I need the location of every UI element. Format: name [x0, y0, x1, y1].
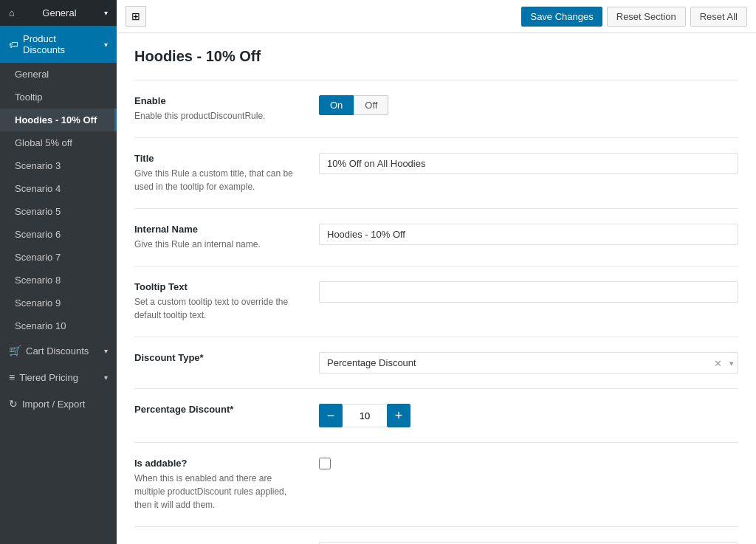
is-addable-desc: When this is enabled and there are multi… [134, 472, 304, 512]
sidebar-item-scenario-8[interactable]: Scenario 8 [0, 269, 117, 292]
enable-desc: Enable this productDiscountRule. [134, 109, 304, 123]
sidebar-cart-discounts[interactable]: 🛒 Cart Discounts ▾ [0, 337, 117, 364]
internal-name-section: Internal Name Give this Rule an internal… [134, 208, 738, 266]
tiered-pricing-label: Tiered Pricing [19, 372, 78, 383]
internal-name-control-col [319, 224, 738, 245]
is-addable-section: Is addable? When this is enabled and the… [134, 442, 738, 526]
title-label: Title [134, 153, 304, 164]
sidebar-import-export[interactable]: ↻ Import / Export [0, 390, 117, 417]
enable-label-col: Enable Enable this productDiscountRule. [134, 95, 319, 123]
percentage-discount-label: Percentage Discount* [134, 404, 304, 415]
sidebar-item-scenario-7[interactable]: Scenario 7 [0, 246, 117, 269]
discount-type-clear-icon[interactable]: ✕ [714, 357, 722, 368]
content-area: Hoodies - 10% Off Enable Enable this pro… [117, 33, 756, 544]
percentage-discount-control-col: − + [319, 404, 738, 427]
toggle-on-button[interactable]: On [319, 95, 354, 115]
reset-section-button[interactable]: Reset Section [607, 7, 686, 27]
title-input[interactable] [319, 153, 738, 174]
percentage-discount-section: Percentage Discount* − + [134, 388, 738, 442]
toggle-off-button[interactable]: Off [354, 95, 388, 115]
tiered-pricing-arrow-icon: ▾ [104, 373, 108, 382]
discount-type-control-col: Percentage Discount ✕ ▾ [319, 352, 738, 373]
save-changes-button[interactable]: Save Changes [521, 7, 602, 27]
title-desc: Give this Rule a custom title, that can … [134, 167, 304, 193]
tooltip-text-label: Tooltip Text [134, 281, 304, 292]
enable-section: Enable Enable this productDiscountRule. … [134, 80, 738, 137]
page-title: Hoodies - 10% Off [134, 48, 738, 65]
user-roles-section: Apply for User Roles Apply this discount… [134, 526, 738, 544]
sidebar-product-discounts[interactable]: 🏷 Product Discounts ▾ [0, 26, 117, 63]
sidebar-item-scenario-9[interactable]: Scenario 9 [0, 292, 117, 314]
topbar-left: ⊞ [126, 6, 146, 27]
sidebar-item-hoodies-10-off[interactable]: Hoodies - 10% Off [0, 109, 117, 131]
internal-name-label-col: Internal Name Give this Rule an internal… [134, 224, 319, 251]
tag-icon: 🏷 [9, 39, 18, 50]
cart-icon: 🛒 [9, 345, 21, 357]
tooltip-text-control-col [319, 281, 738, 303]
sidebar-general-label: General [42, 7, 76, 18]
is-addable-control-col [319, 458, 738, 472]
enable-label: Enable [134, 95, 304, 106]
discount-type-label: Discount Type* [134, 352, 304, 363]
title-section: Title Give this Rule a custom title, tha… [134, 137, 738, 208]
stepper-value-input[interactable] [343, 404, 387, 427]
cart-discounts-arrow-icon: ▾ [104, 347, 108, 355]
sidebar-item-scenario-6[interactable]: Scenario 6 [0, 223, 117, 246]
sidebar-tiered-pricing[interactable]: ≡ Tiered Pricing ▾ [0, 364, 117, 390]
percentage-stepper: − + [319, 404, 738, 427]
import-export-label: Import / Export [22, 399, 85, 410]
general-arrow-icon: ▾ [104, 9, 108, 17]
tooltip-text-desc: Set a custom tooltip text to override th… [134, 295, 304, 322]
internal-name-label: Internal Name [134, 224, 304, 235]
is-addable-label: Is addable? [134, 458, 304, 469]
sidebar-item-scenario-5[interactable]: Scenario 5 [0, 200, 117, 223]
main-area: ⊞ Save Changes Reset Section Reset All H… [117, 0, 756, 544]
stepper-decrement-button[interactable]: − [319, 404, 343, 427]
discount-type-label-col: Discount Type* [134, 352, 319, 366]
product-discounts-label: Product Discounts [23, 33, 100, 55]
internal-name-desc: Give this Rule an internal name. [134, 238, 304, 251]
list-icon: ≡ [9, 371, 15, 383]
percentage-discount-label-col: Percentage Discount* [134, 404, 319, 418]
home-icon: ⌂ [9, 7, 15, 18]
product-discounts-arrow-icon: ▾ [104, 41, 108, 49]
is-addable-label-col: Is addable? When this is enabled and the… [134, 458, 319, 512]
discount-type-section: Discount Type* Percentage Discount ✕ ▾ [134, 337, 738, 388]
tooltip-text-input[interactable] [319, 281, 738, 303]
sidebar-item-scenario-4[interactable]: Scenario 4 [0, 177, 117, 200]
topbar: ⊞ Save Changes Reset Section Reset All [117, 0, 756, 33]
internal-name-input[interactable] [319, 224, 738, 245]
title-label-col: Title Give this Rule a custom title, tha… [134, 153, 319, 193]
title-control-col [319, 153, 738, 174]
sidebar-general[interactable]: ⌂ General ▾ [0, 0, 117, 26]
stepper-increment-button[interactable]: + [387, 404, 410, 427]
sidebar-item-tooltip[interactable]: Tooltip [0, 86, 117, 109]
sidebar-item-general[interactable]: General [0, 63, 117, 86]
sidebar: ⌂ General ▾ 🏷 Product Discounts ▾ Genera… [0, 0, 117, 544]
tooltip-text-section: Tooltip Text Set a custom tooltip text t… [134, 266, 738, 337]
grid-icon[interactable]: ⊞ [126, 6, 146, 27]
topbar-buttons: Save Changes Reset Section Reset All [521, 7, 747, 27]
discount-type-select-wrap: Percentage Discount ✕ ▾ [319, 352, 738, 373]
sidebar-item-scenario-3[interactable]: Scenario 3 [0, 154, 117, 177]
sidebar-item-global-5-off[interactable]: Global 5% off [0, 131, 117, 154]
discount-type-select[interactable]: Percentage Discount [319, 352, 738, 373]
is-addable-checkbox[interactable] [319, 458, 331, 469]
refresh-icon: ↻ [9, 398, 18, 410]
sidebar-item-scenario-10[interactable]: Scenario 10 [0, 314, 117, 337]
enable-toggle: On Off [319, 95, 738, 115]
reset-all-button[interactable]: Reset All [690, 7, 747, 27]
tooltip-text-label-col: Tooltip Text Set a custom tooltip text t… [134, 281, 319, 322]
cart-discounts-label: Cart Discounts [26, 345, 89, 357]
enable-control-col: On Off [319, 95, 738, 115]
